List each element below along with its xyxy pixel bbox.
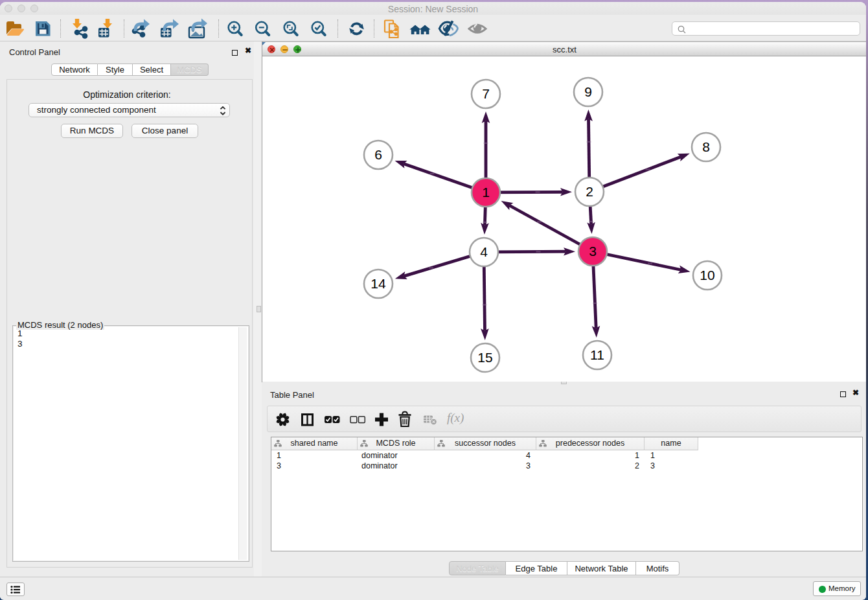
svg-text:3: 3 (589, 244, 597, 259)
svg-text:14: 14 (371, 276, 386, 291)
svg-text:6: 6 (374, 147, 382, 162)
svg-text:1: 1 (482, 185, 490, 200)
svg-text:4: 4 (480, 244, 488, 259)
svg-text:15: 15 (477, 350, 492, 365)
svg-text:7: 7 (482, 86, 490, 101)
svg-text:11: 11 (590, 347, 604, 362)
svg-text:9: 9 (584, 84, 592, 99)
svg-text:2: 2 (586, 184, 593, 199)
svg-text:10: 10 (700, 268, 714, 283)
svg-text:8: 8 (702, 139, 710, 154)
